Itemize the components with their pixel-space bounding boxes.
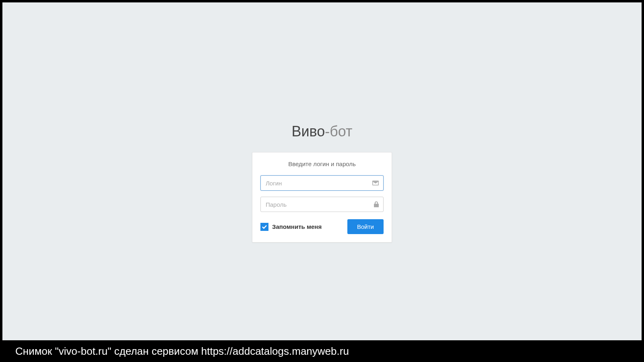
check-icon bbox=[262, 224, 267, 230]
remember-me-wrapper[interactable]: Запомнить меня bbox=[260, 223, 322, 231]
form-footer: Запомнить меня Войти bbox=[260, 219, 384, 234]
title-light: -бот bbox=[325, 123, 352, 140]
password-group bbox=[260, 197, 384, 212]
login-subtitle: Введите логин и пароль bbox=[260, 160, 384, 167]
login-button[interactable]: Войти bbox=[347, 219, 384, 234]
lock-icon bbox=[374, 202, 379, 208]
page-title: Виво-бот bbox=[291, 123, 352, 140]
login-page: Виво-бот Введите логин и пароль bbox=[2, 2, 642, 340]
username-group bbox=[260, 175, 384, 191]
password-input[interactable] bbox=[260, 197, 384, 212]
login-card: Введите логин и пароль bbox=[252, 152, 392, 243]
title-bold: Виво bbox=[291, 123, 325, 140]
username-input[interactable] bbox=[260, 175, 384, 191]
envelope-icon bbox=[372, 181, 379, 185]
remember-me-checkbox[interactable] bbox=[260, 223, 268, 231]
remember-me-label: Запомнить меня bbox=[272, 223, 322, 230]
screenshot-caption: Снимок "vivo-bot.ru" сделан сервисом htt… bbox=[0, 340, 644, 362]
